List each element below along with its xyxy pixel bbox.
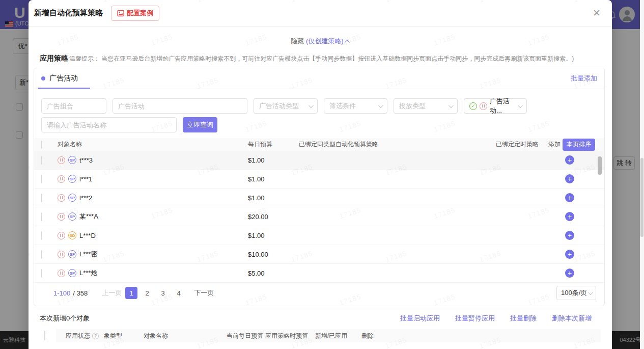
batch-delete-link[interactable]: 批量删除	[510, 314, 537, 323]
collapse-row: 隐藏 (仅创建策略)	[29, 37, 612, 46]
daily-budget: $5.00	[248, 270, 299, 277]
collapse-link[interactable]: (仅创建策略)	[306, 37, 344, 45]
close-icon[interactable]: ✕	[589, 6, 605, 20]
object-name: L***焓	[79, 269, 97, 278]
sp-badge-icon: SP	[68, 212, 76, 221]
col-object-type: 象类型	[104, 332, 122, 340]
remove-added-link[interactable]: 删除本次新增	[552, 314, 592, 323]
batch-pause-link[interactable]: 批量暂停应用	[455, 314, 495, 323]
add-row-button[interactable]: +	[565, 174, 574, 183]
portfolio-input[interactable]	[41, 98, 106, 114]
check-circle-icon: ✓	[469, 102, 477, 110]
tab-campaign-label: 广告活动	[49, 74, 78, 83]
col-add: 添加	[548, 140, 561, 149]
table-row[interactable]: SPL***密 $10.00 +	[34, 245, 604, 264]
chevron-up-icon[interactable]	[345, 40, 350, 45]
table-scrollbar[interactable]	[598, 155, 602, 286]
object-name: l***2	[79, 194, 92, 202]
page-button-4[interactable]: 4	[173, 287, 185, 299]
batch-start-link[interactable]: 批量启动应用	[400, 314, 440, 323]
table-header: 对象名称 每日预算 已绑定同类型自动化预算策略 已绑定定时策略 添加 本页排序	[34, 138, 604, 151]
pause-status-icon	[58, 175, 65, 183]
page-scrollbar[interactable]	[640, 0, 644, 349]
pagination-total: / 358	[73, 289, 88, 297]
config-example-button[interactable]: 配置案例	[111, 6, 159, 21]
add-row-button[interactable]: +	[565, 155, 574, 165]
row-checkbox[interactable]	[41, 250, 42, 259]
campaign-type-select[interactable]: 广告活动类型	[254, 98, 318, 114]
condition-select[interactable]: 筛选条件	[324, 98, 387, 114]
page-scrollbar-thumb[interactable]	[640, 158, 643, 237]
targeting-select[interactable]: 投放类型	[394, 98, 458, 114]
pagination-range[interactable]: 1-100	[53, 289, 70, 297]
row-checkbox[interactable]	[41, 194, 42, 202]
sp-badge-icon: SP	[68, 269, 76, 277]
page-size-select[interactable]: 100条/页	[556, 286, 596, 300]
tab-campaign[interactable]: 广告活动	[41, 68, 78, 89]
image-icon	[117, 10, 124, 17]
help-icon[interactable]: ?	[92, 333, 99, 339]
collapse-prefix: 隐藏	[291, 37, 306, 45]
row-checkbox[interactable]	[41, 156, 42, 165]
query-button[interactable]: 立即查询	[183, 117, 217, 132]
add-row-button[interactable]: +	[565, 231, 574, 240]
chevron-down-icon	[309, 103, 314, 108]
page-button-1[interactable]: 1	[125, 287, 137, 299]
sd-badge-icon: SD	[68, 231, 76, 239]
col-current-budget: 当前每日预算	[227, 332, 263, 340]
add-row-button[interactable]: +	[565, 193, 574, 202]
daily-budget: $20.00	[248, 213, 299, 221]
next-page-button[interactable]: 下一页	[194, 288, 214, 298]
object-name: 某***A	[79, 212, 98, 221]
page-button-3[interactable]: 3	[157, 287, 169, 299]
filter-row-1: 广告活动类型 筛选条件 投放类型 ✓ 广告活动...	[34, 89, 604, 114]
table-row[interactable]: SPl***1 $1.00 +	[34, 170, 604, 189]
add-row-button[interactable]: +	[565, 250, 574, 259]
campaign-card: 广告活动 批量添加 广告活动类型 筛选条件 投放类型 ✓ 广告活动...	[34, 68, 605, 306]
daily-budget: $1.00	[248, 156, 299, 164]
radio-dot-icon	[41, 76, 45, 80]
bottom-table-header: 应用状态 ? 象类型 对象名称 当前每日预算 应用策略时预算 新增/已应用 删除	[34, 329, 601, 342]
section-hint: 温馨提示： 当您在亚马逊后台新增的广告应用策略时搜索不到，可前往对应广告模块点击…	[69, 55, 574, 62]
pause-status-icon	[58, 194, 65, 202]
row-checkbox[interactable]	[41, 212, 42, 221]
tab-bar: 广告活动 批量添加	[34, 68, 604, 89]
table-row[interactable]: SPt***3 $1.00 +	[34, 151, 604, 170]
table-row[interactable]: SPL***焓 $5.00 +	[34, 264, 604, 283]
chevron-down-icon	[588, 290, 593, 295]
col-object-name: 对象名称	[144, 332, 168, 340]
row-checkbox[interactable]	[41, 231, 42, 240]
status-value: 广告活动...	[490, 97, 515, 115]
modal-header: 新增自动化预算策略 配置案例 ✕	[29, 0, 612, 26]
col-name: 对象名称	[58, 140, 248, 149]
campaign-type-value: 广告活动类型	[259, 101, 299, 111]
prev-page-button[interactable]: 上一页	[102, 288, 122, 298]
col-strategy: 已绑定同类型自动化预算策略	[299, 140, 496, 149]
col-apply-status: 应用状态	[66, 332, 90, 340]
page-button-2[interactable]: 2	[141, 287, 153, 299]
sp-badge-icon: SP	[68, 175, 76, 183]
targeting-value: 投放类型	[399, 101, 426, 111]
add-row-button[interactable]: +	[565, 269, 574, 278]
table-row[interactable]: SPl***2 $1.00 +	[34, 189, 604, 207]
pause-status-icon	[58, 213, 65, 221]
campaign-name-input[interactable]	[41, 117, 177, 132]
select-all-checkbox[interactable]	[41, 141, 42, 149]
table-row[interactable]: SP某***A $20.00 +	[34, 207, 604, 226]
object-name: L***D	[79, 232, 96, 239]
bottom-select-all-checkbox[interactable]	[44, 331, 45, 340]
table-row[interactable]: SDL***D $1.00 +	[34, 226, 604, 245]
status-select[interactable]: ✓ 广告活动...	[464, 98, 527, 114]
object-name: L***密	[79, 250, 97, 259]
batch-add-link[interactable]: 批量添加	[571, 74, 597, 83]
add-row-button[interactable]: +	[565, 212, 574, 221]
row-checkbox[interactable]	[41, 269, 42, 278]
sort-page-button[interactable]: 本页排序	[563, 139, 595, 151]
row-checkbox[interactable]	[41, 175, 42, 183]
table-scrollbar-thumb[interactable]	[598, 156, 602, 175]
col-added-applied: 新增/已应用	[315, 332, 347, 340]
object-name: t***3	[79, 156, 93, 164]
campaign-input[interactable]	[113, 98, 247, 114]
object-name: l***1	[79, 175, 92, 183]
daily-budget: $1.00	[248, 175, 299, 183]
